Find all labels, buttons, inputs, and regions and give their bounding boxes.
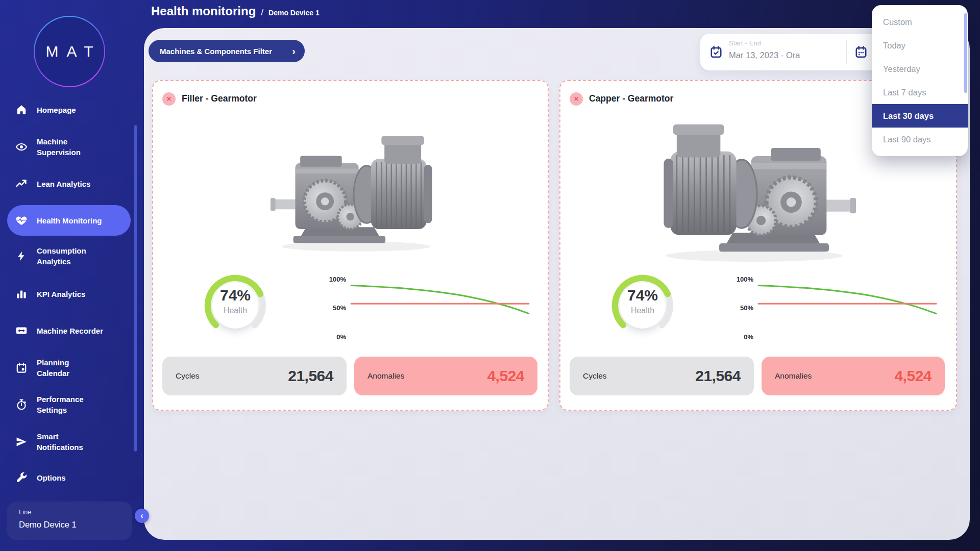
card-title: Capper - Gearmotor [589,93,673,104]
health-gauge [202,272,269,339]
cycles-value: 21,564 [695,367,741,385]
sidebar-item-label: Planning Calendar [37,357,69,379]
sidebar-item-label: Consumption Analytics [37,245,86,267]
dropdown-item-yesterday[interactable]: Yesterday [872,57,968,81]
cycles-stat: Cycles 21,564 [162,357,347,395]
mat-logo: MAT [34,16,105,87]
y-tick-100: 100% [723,274,753,285]
date-range-value: Mar 13, 2023 - Ora [729,51,800,60]
dropdown-item-today[interactable]: Today [872,34,968,57]
trend-arrow-icon [15,178,28,190]
breadcrumb-separator: / [261,8,263,18]
health-percentage: 74% [202,287,269,304]
sidebar-item-label: Homepage [37,105,76,115]
cycles-label: Cycles [176,371,200,381]
bar-chart-icon [15,288,28,300]
machine-card-filler-gearmotor: ✕ Filler - Gearmotor 74% Health 100% 50%… [152,80,549,411]
dropdown-item-custom[interactable]: Custom [872,10,968,34]
sidebar-item-machine-supervision[interactable]: Machine Supervision [15,136,136,158]
health-trend-chart [757,276,937,343]
logo-text: MAT [37,43,101,60]
breadcrumb: Health monitoring / Demo Device 1 [151,4,320,18]
dropdown-scrollbar[interactable] [964,13,967,93]
health-percentage: 74% [609,287,676,304]
sidebar-item-lean-analytics[interactable]: Lean Analytics [15,174,136,193]
calendar-dates-icon[interactable] [854,45,868,59]
wrench-icon [15,471,28,484]
heart-pulse-icon [15,214,28,227]
app-window: MAT Homepage Machine Supervision Lean An… [0,0,980,551]
sidebar-scrollbar[interactable] [134,125,137,452]
lightning-bolt-icon [15,250,28,262]
sidebar-item-performance-settings[interactable]: Performance Settings [15,393,136,416]
sidebar-collapse-button[interactable]: ‹ [135,509,149,523]
dropdown-item-last-7-days[interactable]: Last 7 days [872,81,968,104]
card-title: Filler - Gearmotor [182,93,257,104]
stopwatch-icon [15,398,28,411]
sidebar-item-smart-notifications[interactable]: Smart Notifications [15,431,136,453]
gearmotor-image [646,107,868,266]
anomalies-label: Anomalies [775,371,812,381]
sidebar-item-kpi-analytics[interactable]: KPI Analytics [15,285,136,303]
health-gauge [609,272,676,339]
dropdown-item-last-90-days[interactable]: Last 90 days [872,128,968,151]
sidebar-item-label: Machine Recorder [37,325,103,336]
anomalies-value: 4,524 [894,367,932,385]
anomalies-label: Anomalies [368,371,404,381]
close-icon[interactable]: ✕ [570,92,583,106]
close-icon[interactable]: ✕ [162,92,176,106]
y-tick-0: 0% [315,332,346,342]
breadcrumb-device: Demo Device 1 [268,9,320,17]
cassette-icon [15,324,28,337]
sidebar-item-homepage[interactable]: Homepage [15,101,136,119]
anomalies-value: 4,524 [487,367,524,385]
sidebar-item-label: Health Monitoring [37,215,102,226]
health-trend-chart [350,276,530,343]
sidebar-item-label: Options [37,472,66,483]
health-gauge-label: Health [609,306,676,315]
y-tick-100: 100% [315,274,346,285]
sidebar-item-planning-calendar[interactable]: Planning Calendar [15,357,136,379]
y-tick-50: 50% [315,303,346,313]
cycles-value: 21,564 [288,367,333,385]
sidebar-item-label: KPI Analytics [37,289,85,299]
machines-components-filter-button[interactable]: Machines & Components Filter › [149,40,305,62]
cycles-label: Cycles [583,371,607,381]
y-tick-50: 50% [723,303,753,313]
sidebar-item-health-monitoring[interactable]: Health Monitoring [7,205,131,236]
eye-icon [15,141,28,153]
date-picker-divider [846,40,847,64]
sidebar-item-label: Performance Settings [37,394,84,415]
gearmotor-image [270,113,438,263]
sidebar-item-label: Smart Notifications [37,431,83,453]
cycles-stat: Cycles 21,564 [570,357,754,395]
anomalies-stat: Anomalies 4,524 [762,357,945,395]
sidebar-item-machine-recorder[interactable]: Machine Recorder [15,321,136,340]
y-tick-0: 0% [723,332,753,342]
page-title: Health monitoring [151,4,256,18]
sidebar-item-label: Lean Analytics [37,179,90,189]
sidebar-item-options[interactable]: Options [15,468,136,487]
anomalies-stat: Anomalies 4,524 [354,357,537,395]
chevron-left-icon: ‹ [140,511,143,520]
date-range-label: Start - End [729,40,761,47]
calendar-icon [15,362,28,374]
sidebar-item-consumption-analytics[interactable]: Consumption Analytics [15,245,136,267]
date-range-dropdown: Custom Today Yesterday Last 7 days Last … [872,5,968,156]
filter-button-label: Machines & Components Filter [160,47,272,56]
line-info-box: Line Demo Device 1 [7,502,132,540]
paper-plane-icon [15,436,28,448]
line-device-value: Demo Device 1 [19,520,77,530]
sidebar-item-label: Machine Supervision [37,136,81,158]
health-gauge-label: Health [202,306,269,315]
chevron-right-icon: › [292,46,296,56]
dropdown-item-last-30-days[interactable]: Last 30 days [872,104,968,128]
home-icon [15,104,28,116]
line-label: Line [19,508,32,516]
calendar-check-icon[interactable] [709,45,723,59]
